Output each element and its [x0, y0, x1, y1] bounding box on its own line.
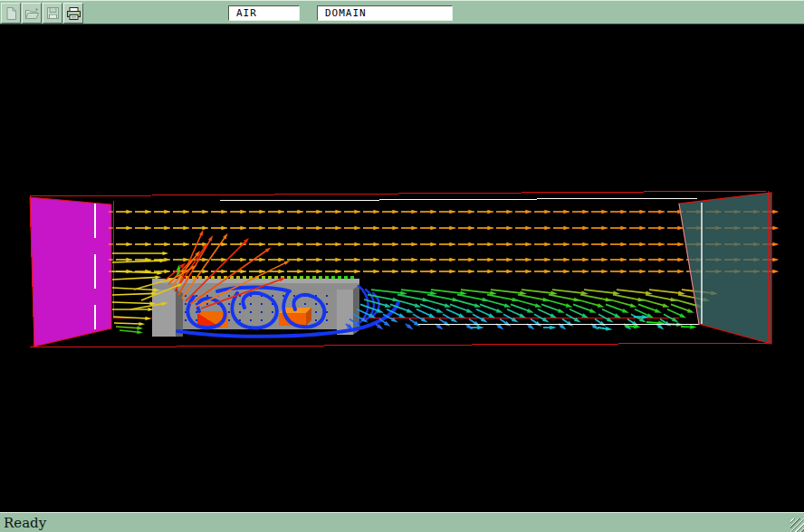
- save-floppy-icon: [46, 6, 60, 20]
- floor-vector-columns: [346, 290, 718, 330]
- status-bar: Ready: [0, 512, 804, 532]
- app-window: Ready: [0, 0, 804, 532]
- new-document-icon: [5, 6, 18, 21]
- air-field[interactable]: [228, 5, 300, 21]
- save-button[interactable]: [43, 3, 62, 24]
- open-button[interactable]: [22, 3, 42, 24]
- status-text: Ready: [4, 515, 46, 531]
- toolbar: [0, 0, 804, 24]
- tabletop-vector-dots: [179, 276, 354, 279]
- domain-field[interactable]: [317, 5, 453, 21]
- flow-vector-scene: [0, 25, 804, 512]
- outlet-plane: [679, 193, 771, 344]
- inlet-plane: [30, 197, 111, 347]
- open-folder-icon: [24, 6, 40, 20]
- viewport[interactable]: [0, 25, 804, 512]
- print-button[interactable]: [63, 3, 83, 24]
- new-button[interactable]: [1, 3, 21, 24]
- printer-icon: [66, 6, 81, 21]
- resize-grip[interactable]: [790, 518, 804, 532]
